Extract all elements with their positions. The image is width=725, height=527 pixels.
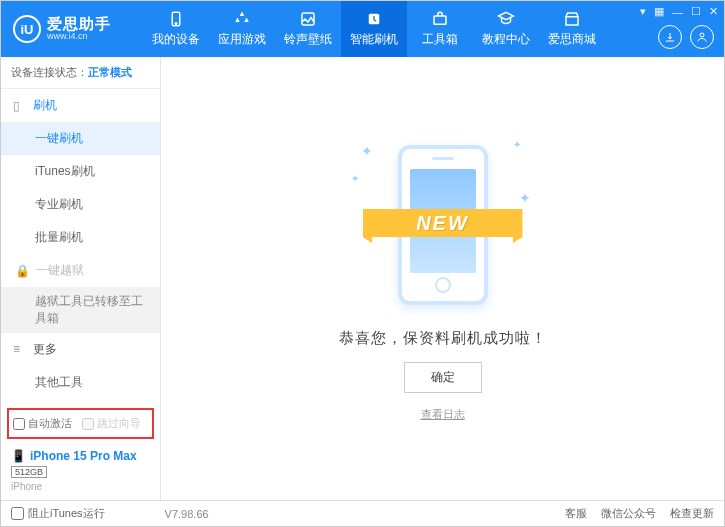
user-button[interactable]: [690, 25, 714, 49]
apps-icon: [232, 10, 252, 28]
logo-subtitle: www.i4.cn: [47, 32, 111, 42]
status-value: 正常模式: [88, 66, 132, 78]
nav-flash[interactable]: 智能刷机: [341, 1, 407, 57]
sparkle-icon: ✦: [361, 143, 373, 159]
logo-icon: iU: [13, 15, 41, 43]
tutorial-icon: [496, 10, 516, 28]
sidebar-section-jailbreak: 🔒 一键越狱: [1, 254, 160, 287]
download-button[interactable]: [658, 25, 682, 49]
device-status: 设备连接状态：正常模式: [1, 57, 160, 89]
status-footer: 阻止iTunes运行 V7.98.66 客服 微信公众号 检查更新: [1, 500, 724, 526]
nav-ringtones[interactable]: 铃声壁纸: [275, 1, 341, 57]
sidebar-item-batch-flash[interactable]: 批量刷机: [1, 221, 160, 254]
nav-tutorials[interactable]: 教程中心: [473, 1, 539, 57]
status-label: 设备连接状态：: [11, 66, 88, 78]
nav-apps[interactable]: 应用游戏: [209, 1, 275, 57]
svg-point-1: [175, 23, 177, 25]
logo-title: 爱思助手: [47, 16, 111, 33]
nav-label: 铃声壁纸: [284, 31, 332, 48]
section-label: 刷机: [33, 97, 57, 114]
success-message: 恭喜您，保资料刷机成功啦！: [339, 329, 547, 348]
nav-label: 爱思商城: [548, 31, 596, 48]
more-icon: ≡: [13, 342, 27, 356]
checkbox-label: 自动激活: [28, 416, 72, 431]
sidebar-item-oneclick-flash[interactable]: 一键刷机: [1, 122, 160, 155]
sidebar-item-other-tools[interactable]: 其他工具: [1, 366, 160, 399]
minimize-icon[interactable]: ―: [672, 6, 683, 18]
toolbox-icon: [430, 10, 450, 28]
success-illustration: ✦ ✦ ✦ ✦ NEW: [353, 135, 533, 315]
nav-toolbox[interactable]: 工具箱: [407, 1, 473, 57]
sidebar-section-more[interactable]: ≡ 更多: [1, 333, 160, 366]
sidebar-item-download-firmware[interactable]: 下载固件: [1, 399, 160, 406]
nav-label: 我的设备: [152, 31, 200, 48]
device-type: iPhone: [11, 481, 150, 492]
flash-icon: [364, 10, 384, 28]
app-header: iU 爱思助手 www.i4.cn 我的设备 应用游戏 铃声壁纸: [1, 1, 724, 57]
jailbreak-note: 越狱工具已转移至工具箱: [1, 287, 160, 333]
activation-options: 自动激活 跳过向导: [7, 408, 154, 439]
sparkle-icon: ✦: [351, 173, 359, 184]
nav-label: 工具箱: [422, 31, 458, 48]
device-storage: 512GB: [11, 466, 47, 478]
checkbox-label: 跳过向导: [97, 416, 141, 431]
store-icon: [562, 10, 582, 28]
device-icon: [166, 10, 186, 28]
version-label: V7.98.66: [165, 508, 209, 520]
top-nav: 我的设备 应用游戏 铃声壁纸 智能刷机 工具箱: [143, 1, 605, 57]
nav-my-device[interactable]: 我的设备: [143, 1, 209, 57]
nav-label: 智能刷机: [350, 31, 398, 48]
svg-rect-5: [566, 17, 578, 25]
block-itunes-checkbox[interactable]: 阻止iTunes运行: [11, 506, 105, 521]
maximize-icon[interactable]: ☐: [691, 5, 701, 18]
skin-icon[interactable]: ▦: [654, 5, 664, 18]
sidebar-item-pro-flash[interactable]: 专业刷机: [1, 188, 160, 221]
sidebar-section-flash[interactable]: ▯ 刷机: [1, 89, 160, 122]
sidebar: 设备连接状态：正常模式 ▯ 刷机 一键刷机 iTunes刷机 专业刷机 批量刷机…: [1, 57, 161, 500]
auto-activate-checkbox[interactable]: 自动激活: [13, 416, 72, 431]
section-label: 一键越狱: [36, 262, 84, 279]
device-name: iPhone 15 Pro Max: [30, 449, 137, 463]
nav-label: 教程中心: [482, 31, 530, 48]
main-content: ✦ ✦ ✦ ✦ NEW 恭喜您，保资料刷机成功啦！ 确定 查看日志: [161, 57, 724, 500]
menu-icon[interactable]: ▾: [640, 5, 646, 18]
phone-icon: ▯: [13, 99, 27, 113]
nav-label: 应用游戏: [218, 31, 266, 48]
footer-link-wechat[interactable]: 微信公众号: [601, 506, 656, 521]
section-label: 更多: [33, 341, 57, 358]
footer-link-update[interactable]: 检查更新: [670, 506, 714, 521]
lock-icon: 🔒: [15, 264, 30, 278]
logo: iU 爱思助手 www.i4.cn: [1, 15, 123, 43]
ok-button[interactable]: 确定: [404, 362, 482, 393]
sidebar-item-itunes-flash[interactable]: iTunes刷机: [1, 155, 160, 188]
wallpaper-icon: [298, 10, 318, 28]
checkbox-label: 阻止iTunes运行: [28, 506, 105, 521]
close-icon[interactable]: ✕: [709, 5, 718, 18]
skip-setup-checkbox[interactable]: 跳过向导: [82, 416, 141, 431]
svg-point-6: [700, 33, 704, 37]
window-controls: ▾ ▦ ― ☐ ✕: [640, 5, 718, 18]
device-icon: 📱: [11, 449, 26, 463]
new-banner: NEW: [363, 203, 523, 243]
view-log-link[interactable]: 查看日志: [421, 407, 465, 422]
sparkle-icon: ✦: [519, 190, 531, 206]
footer-link-support[interactable]: 客服: [565, 506, 587, 521]
nav-store[interactable]: 爱思商城: [539, 1, 605, 57]
svg-rect-4: [434, 16, 446, 24]
connected-device[interactable]: 📱 iPhone 15 Pro Max 512GB iPhone: [1, 443, 160, 500]
sparkle-icon: ✦: [513, 139, 521, 150]
